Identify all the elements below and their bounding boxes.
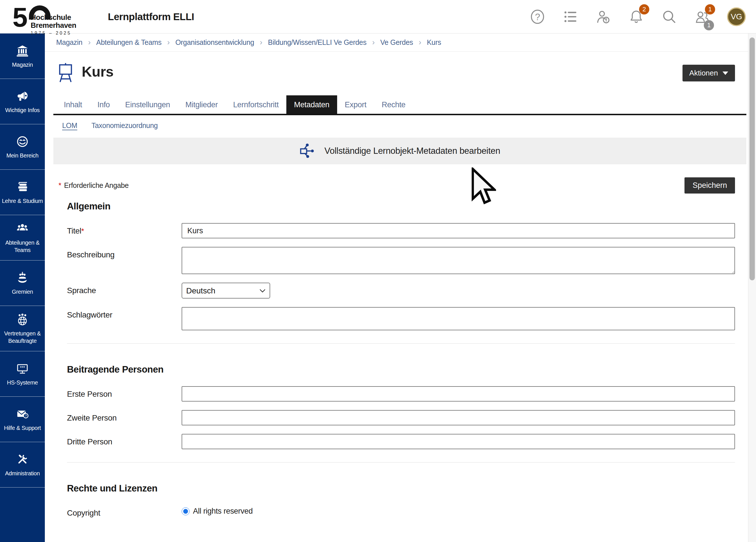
user-alert-icon[interactable] [595, 9, 611, 25]
notifications-icon[interactable]: 2 [628, 9, 644, 25]
representatives-icon [16, 313, 29, 326]
help-icon[interactable]: ? [530, 9, 545, 25]
contacts-icon[interactable]: 1 1 [694, 9, 710, 25]
sprache-select[interactable]: Deutsch [182, 283, 270, 299]
copyright-label: Copyright [67, 505, 182, 518]
contacts-badge-total: 1 [704, 20, 714, 30]
books-icon [16, 180, 29, 194]
breadcrumb-separator: › [88, 38, 91, 47]
sidebar-item-abteilungen-teams[interactable]: Abteilungen & Teams [0, 215, 45, 261]
todo-list-icon[interactable] [562, 9, 578, 25]
section-heading-allgemein: Allgemein [67, 201, 735, 212]
full-metadata-link[interactable]: Vollständige Lernobjekt-Metadaten bearbe… [53, 138, 746, 164]
actions-button[interactable]: Aktionen [683, 65, 735, 81]
breadcrumb-item[interactable]: Ve Gerdes [380, 38, 413, 47]
breadcrumb-item[interactable]: Magazin [56, 38, 82, 47]
svg-text:?: ? [25, 414, 27, 418]
main-area: Magazin › Abteilungen & Teams › Organisa… [45, 33, 748, 542]
breadcrumb-item[interactable]: Organisationsentwicklung [175, 38, 254, 47]
erste-person-label: Erste Person [67, 386, 182, 399]
form-row-copyright: Copyright All rights reserved [56, 505, 735, 518]
subtab-taxonomiezuordnung[interactable]: Taxonomiezuordnung [91, 121, 158, 130]
form-row-dritte-person: Dritte Person [56, 434, 735, 449]
scrollbar-thumb[interactable] [749, 37, 755, 280]
sidebar-item-hilfe-support[interactable]: ? Hilfe & Support [0, 397, 45, 442]
breadcrumb: Magazin › Abteilungen & Teams › Organisa… [45, 33, 748, 52]
tab-lernfortschritt[interactable]: Lernfortschritt [225, 95, 286, 114]
header: 5 Hochschule Bremerhaven 1975 – 2025 Ler… [0, 0, 756, 33]
tab-mitglieder[interactable]: Mitglieder [178, 95, 225, 114]
metadata-tree-icon [299, 142, 316, 159]
team-icon [16, 222, 29, 236]
sidebar-item-label: Mein Bereich [6, 152, 38, 159]
tab-bar: Inhalt Info Einstellungen Mitglieder Ler… [53, 95, 746, 115]
smiley-icon [16, 135, 29, 148]
breadcrumb-item[interactable]: Bildung/Wissen/ELLI Ve Gerdes [268, 38, 366, 47]
sidebar-item-magazin[interactable]: Magazin [0, 33, 45, 79]
sidebar-item-lehre-studium[interactable]: Lehre & Studium [0, 170, 45, 215]
tab-rechte[interactable]: Rechte [374, 95, 413, 114]
hochschule-bremerhaven-logo[interactable]: 5 Hochschule Bremerhaven 1975 – 2025 [11, 2, 93, 31]
sidebar-item-administration[interactable]: Administration [0, 442, 45, 488]
tab-einstellungen[interactable]: Einstellungen [117, 95, 178, 114]
logo-years: 1975 – 2025 [31, 31, 76, 36]
section-heading-rechte: Rechte und Lizenzen [67, 483, 735, 494]
sidebar-item-label: Magazin [12, 61, 33, 68]
required-hint: *Erforderliche Angabe [58, 181, 129, 190]
copyright-radio[interactable] [182, 507, 190, 515]
actions-button-label: Aktionen [689, 69, 718, 77]
erste-person-input[interactable] [182, 386, 735, 402]
save-row: *Erforderliche Angabe Speichern [56, 177, 735, 194]
breadcrumb-item[interactable]: Abteilungen & Teams [96, 38, 161, 47]
notifications-badge: 2 [639, 4, 649, 14]
save-button[interactable]: Speichern [684, 177, 735, 194]
breadcrumb-separator: › [260, 38, 263, 47]
section-divider [67, 343, 735, 344]
title-row: Kurs Aktionen [56, 62, 735, 83]
beschreibung-textarea[interactable] [182, 247, 735, 274]
form-row-erste-person: Erste Person [56, 386, 735, 402]
sidebar-item-label: Gremien [12, 288, 33, 295]
zweite-person-input[interactable] [182, 410, 735, 425]
logo-line2: Bremerhaven [31, 21, 76, 30]
tab-inhalt[interactable]: Inhalt [56, 95, 90, 114]
sidebar-item-vertretungen[interactable]: Vertretungen & Beauftragte [0, 306, 45, 351]
sidebar-item-wichtige-infos[interactable]: Wichtige Infos [0, 79, 45, 124]
sidebar-item-label: Vertretungen & Beauftragte [2, 330, 43, 344]
titel-label-text: Titel [67, 226, 81, 235]
sidebar-item-label: HS-Systeme [7, 379, 38, 386]
sidebar-item-label: Lehre & Studium [2, 197, 43, 205]
chevron-down-icon [723, 72, 728, 75]
page-title: Kurs [82, 64, 114, 80]
form-row-sprache: Sprache Deutsch [56, 283, 735, 299]
sidebar-item-label: Wichtige Infos [5, 106, 39, 114]
sidebar-item-label: Administration [5, 470, 40, 477]
form-row-schlagwoerter: Schlagwörter [56, 307, 735, 330]
tab-export[interactable]: Export [337, 95, 374, 114]
titel-input[interactable] [182, 223, 735, 238]
dritte-person-input[interactable] [182, 434, 735, 449]
tab-metadaten[interactable]: Metadaten [286, 95, 337, 114]
breadcrumb-separator: › [372, 38, 375, 47]
sidebar-item-label: Abteilungen & Teams [2, 239, 43, 254]
search-icon[interactable] [661, 9, 677, 25]
schlagwoerter-textarea[interactable] [182, 307, 735, 330]
zweite-person-label: Zweite Person [67, 410, 182, 423]
sidebar-item-mein-bereich[interactable]: Mein Bereich [0, 124, 45, 170]
sidebar: Magazin Wichtige Infos [0, 33, 45, 542]
course-icon [56, 62, 75, 83]
required-asterisk: * [81, 227, 84, 235]
copyright-option-label: All rights reserved [193, 507, 253, 516]
avatar[interactable]: VG [727, 7, 746, 26]
tab-info[interactable]: Info [90, 95, 117, 114]
committee-icon [16, 271, 29, 285]
sidebar-item-hs-systeme[interactable]: *** HS-Systeme [0, 351, 45, 397]
monitor-icon: *** [16, 362, 29, 375]
sidebar-item-label: Hilfe & Support [4, 424, 41, 432]
sidebar-item-gremien[interactable]: Gremien [0, 261, 45, 306]
section-heading-beitragende: Beitragende Personen [67, 364, 735, 375]
form-row-zweite-person: Zweite Person [56, 410, 735, 425]
breadcrumb-item[interactable]: Kurs [427, 38, 441, 47]
subtab-lom[interactable]: LOM [62, 121, 77, 130]
header-icon-bar: ? [530, 7, 746, 26]
